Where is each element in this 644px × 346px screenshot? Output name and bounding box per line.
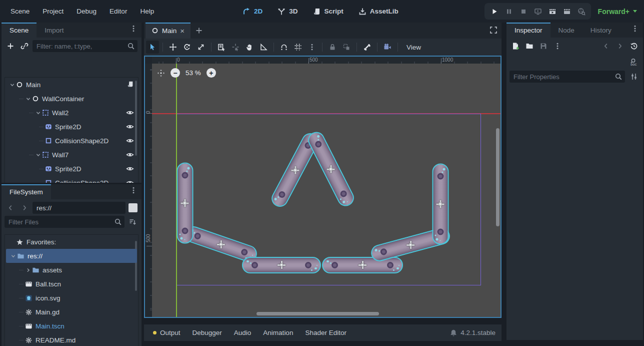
filesystem-dock-menu-button[interactable] <box>128 184 140 196</box>
zoom-in-button[interactable]: + <box>206 68 216 78</box>
select-tool[interactable] <box>146 41 159 54</box>
bottom-tab-animation[interactable]: Animation <box>257 324 299 341</box>
workspace-tab-2d[interactable]: 2D <box>236 0 268 23</box>
camera-override-button[interactable] <box>381 41 394 54</box>
center-view-icon[interactable] <box>157 69 165 77</box>
file-sort-button[interactable] <box>126 216 138 228</box>
visibility-toggle[interactable] <box>126 151 134 159</box>
scale-tool[interactable] <box>194 41 208 54</box>
menu-help[interactable]: Help <box>134 0 160 23</box>
menu-debug[interactable]: Debug <box>70 0 103 23</box>
chevron-down-icon[interactable] <box>35 152 41 158</box>
wall-left-vertical[interactable] <box>177 162 194 243</box>
notification-bell-icon[interactable] <box>450 329 458 337</box>
scene-node-wall7[interactable]: Wall7 <box>5 148 138 162</box>
file-filter-input[interactable] <box>4 216 124 228</box>
attached-script-button[interactable] <box>127 81 134 88</box>
history-back-button[interactable] <box>600 40 612 52</box>
scene-node-wall2[interactable]: Wall2 <box>5 106 138 120</box>
chevron-down-icon[interactable] <box>35 110 41 116</box>
menu-scene[interactable]: Scene <box>4 0 36 23</box>
instance-scene-button[interactable] <box>18 40 30 52</box>
wall-bottom-left[interactable] <box>242 257 321 273</box>
save-resource-button[interactable] <box>538 40 550 52</box>
group-selected-button[interactable] <box>340 41 353 54</box>
scene-node-collisionshape2d[interactable]: CollisionShape2D <box>5 134 138 148</box>
grid-snap-toggle[interactable] <box>292 41 304 54</box>
chevron-down-icon[interactable] <box>10 253 16 259</box>
chevron-down-icon[interactable] <box>25 96 31 102</box>
nav-forward-button[interactable] <box>18 202 30 214</box>
horizontal-scrollbar[interactable] <box>256 312 379 315</box>
pause-button[interactable] <box>502 4 516 19</box>
zoom-level[interactable]: 53 % <box>186 69 201 77</box>
file-res-[interactable]: res:// <box>6 249 137 263</box>
file-ball-tscn[interactable]: Ball.tscn <box>5 277 138 291</box>
workspace-tab-3d[interactable]: 3D <box>272 0 304 23</box>
tab-import[interactable]: Import <box>36 23 72 38</box>
visibility-toggle[interactable] <box>126 109 134 117</box>
load-resource-button[interactable] <box>524 40 536 52</box>
wall-right-vertical[interactable] <box>432 163 449 244</box>
movie-maker-button[interactable] <box>574 4 588 19</box>
play-custom-scene-button[interactable] <box>560 4 574 19</box>
zoom-out-button[interactable]: − <box>170 68 180 78</box>
snap-options-menu[interactable] <box>306 41 318 54</box>
property-filter-input[interactable] <box>510 71 625 83</box>
workspace-tab-script[interactable]: Script <box>307 0 350 23</box>
stop-button[interactable] <box>516 4 530 19</box>
file-assets[interactable]: assets <box>5 263 138 277</box>
lock-selected-button[interactable] <box>326 41 339 54</box>
tab-inspector[interactable]: Inspector <box>506 23 550 38</box>
inspector-dock-menu-button[interactable] <box>629 23 641 35</box>
close-icon[interactable]: × <box>180 27 184 35</box>
scene-dock-menu-button[interactable] <box>128 23 140 35</box>
nav-back-button[interactable] <box>4 202 16 214</box>
scene-node-collisionshape2d[interactable]: CollisionShape2D <box>5 176 138 183</box>
tab-filesystem[interactable]: FileSystem <box>2 184 51 199</box>
ruler-tool[interactable] <box>257 41 270 54</box>
new-scene-tab-button[interactable] <box>190 23 208 39</box>
file-readme-md[interactable]: README.md <box>5 333 138 346</box>
tab-scene-main[interactable]: Main × <box>146 23 190 39</box>
scene-node-main[interactable]: Main <box>5 78 138 92</box>
scene-node-sprite2d[interactable]: Sprite2D <box>5 162 138 176</box>
visibility-toggle[interactable] <box>126 179 134 183</box>
smart-snap-toggle[interactable] <box>278 41 290 54</box>
list-select-tool[interactable] <box>215 41 228 54</box>
rotate-tool[interactable] <box>180 41 194 54</box>
inspector-tools-button[interactable] <box>628 71 640 83</box>
new-resource-button[interactable] <box>510 40 522 52</box>
resource-menu-button[interactable] <box>552 40 564 52</box>
visibility-toggle[interactable] <box>126 165 134 173</box>
wall-bottom-right[interactable] <box>322 257 403 273</box>
toggle-split-mode-button[interactable] <box>128 203 138 212</box>
file-icon-svg[interactable]: icon.svg <box>5 291 138 305</box>
file-main-gd[interactable]: Main.gd <box>5 305 138 319</box>
bottom-tab-shader-editor[interactable]: Shader Editor <box>299 324 352 341</box>
canvas-2d[interactable]: − 53 % + <box>152 64 500 317</box>
move-tool[interactable] <box>166 41 180 54</box>
scene-node-wallcontainer[interactable]: WallContainer <box>5 92 138 106</box>
pan-tool[interactable] <box>243 41 256 54</box>
visibility-toggle[interactable] <box>126 123 134 131</box>
bottom-tab-audio[interactable]: Audio <box>228 324 258 341</box>
chevron-down-icon[interactable] <box>9 82 15 88</box>
add-node-button[interactable] <box>4 40 16 52</box>
distraction-free-button[interactable] <box>490 26 498 34</box>
menu-editor[interactable]: Editor <box>103 0 134 23</box>
view-menu-button[interactable]: View <box>402 44 426 51</box>
tab-scene[interactable]: Scene <box>2 23 36 38</box>
scene-filter-input[interactable] <box>32 40 138 52</box>
bottom-tab-debugger[interactable]: Debugger <box>186 324 228 341</box>
skeleton-options-button[interactable] <box>360 41 374 54</box>
current-path[interactable]: res:// <box>32 204 56 212</box>
renderer-select[interactable]: Forward+ <box>595 0 640 23</box>
object-history-button[interactable] <box>628 40 640 52</box>
tab-history[interactable]: History <box>582 23 620 38</box>
file-favorites-[interactable]: Favorites: <box>5 235 138 249</box>
bottom-tab-output[interactable]: Output <box>147 324 186 341</box>
scene-node-sprite2d[interactable]: Sprite2D <box>5 120 138 134</box>
click-select-tool[interactable] <box>229 41 242 54</box>
workspace-tab-assetlib[interactable]: AssetLib <box>352 0 404 23</box>
